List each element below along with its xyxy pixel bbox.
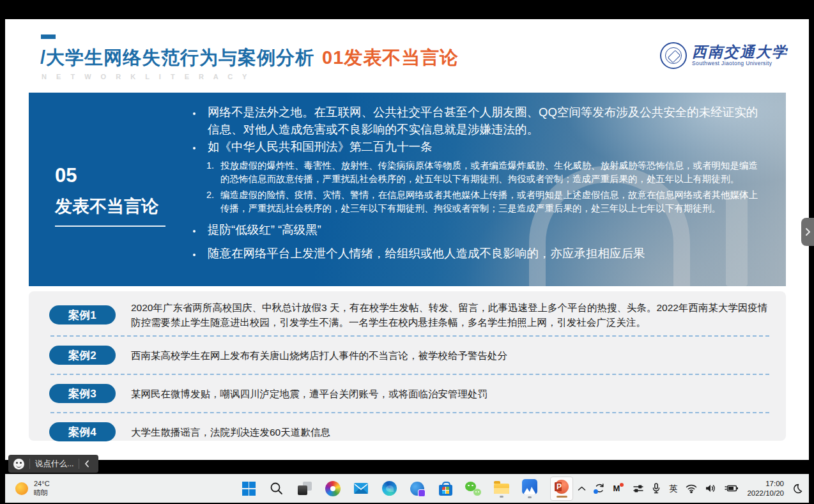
dashed-divider <box>50 374 769 375</box>
case-badge: 案例4 <box>49 422 116 441</box>
notification-dot <box>620 483 624 487</box>
wifi-icon <box>686 484 697 493</box>
bullet-list-top: 网络不是法外之地。在互联网、公共社交平台甚至个人朋友圈、QQ空间等发布涉及公共安… <box>188 103 767 155</box>
section-number: 05 <box>55 164 165 187</box>
weather-condition: 晴朗 <box>34 489 50 498</box>
dashed-divider <box>50 335 769 337</box>
desktop-screen: { "colors": { "accent_blue": "#10659f", … <box>0 0 814 504</box>
bullet-list-bottom: 提防“低级红” “高级黑” 随意在网络平台上发泄个人情绪，给组织或他人造成不良影… <box>188 221 767 262</box>
law-item: 投放虚假的爆炸性、毒害性、放射性、传染病病原体等物质，或者编造爆炸威胁、生化威胁… <box>217 159 767 185</box>
tray-date: 2022/10/20 <box>747 489 784 498</box>
divider <box>79 459 79 469</box>
university-logo: 西南交通大学 Southwest Jiaotong University <box>660 42 788 69</box>
mixer-tray-button[interactable] <box>633 484 643 493</box>
browser-app-button[interactable] <box>408 482 426 496</box>
case-text: 大学生散播谣言，法院判决连发60天道歉信息 <box>131 425 330 439</box>
case-row: 案例3 某网民在微博发贴，嘲讽四川泸定地震，遭平台关闭账号，或将面临治安管理处罚 <box>49 381 771 406</box>
store-button[interactable] <box>436 482 454 496</box>
collapse-chevron-left-icon[interactable] <box>84 460 89 468</box>
section-body: 网络不是法外之地。在互联网、公共社交平台甚至个人朋友圈、QQ空间等发布涉及公共安… <box>188 103 767 262</box>
chat-placeholder[interactable]: 说点什么... <box>35 459 73 470</box>
tray-expand-button[interactable] <box>578 486 586 491</box>
presentation-slide: /大学生网络失范行为与案例分析 01发表不当言论 N E T W O R K L… <box>5 19 809 460</box>
sync-tray-button[interactable] <box>594 483 605 494</box>
weather-widget[interactable]: 24°C 晴朗 <box>12 474 54 503</box>
taskbar: 24°C 晴朗 <box>5 474 809 503</box>
volume-tray-button[interactable] <box>705 484 716 493</box>
university-name-en: Southwest Jiaotong University <box>692 61 788 66</box>
task-view-icon <box>298 482 312 495</box>
case-text: 某网民在微博发贴，嘲讽四川泸定地震，遭平台关闭账号，或将面临治安管理处罚 <box>131 386 488 401</box>
case-badge: 案例3 <box>49 384 116 403</box>
university-seal-icon <box>660 42 687 69</box>
active-app-highlight: P <box>550 477 573 501</box>
speaker-icon <box>705 484 716 493</box>
title-accent-dash <box>41 34 56 39</box>
case-badge: 案例1 <box>49 305 116 325</box>
moon-icon <box>792 484 802 494</box>
do-not-disturb-button[interactable] <box>792 484 802 494</box>
law-numbered-list: 投放虚假的爆炸性、毒害性、放射性、传染病病原体等物质，或者编造爆炸威胁、生化威胁… <box>188 159 767 215</box>
case-row: 案例1 2020年广东省两所高校国庆、中秋总计放假3 天，有在校学生发帖、转发、… <box>49 300 771 330</box>
microsoft-store-icon <box>439 485 452 496</box>
section-underline <box>55 225 165 227</box>
file-explorer-button[interactable] <box>493 480 511 498</box>
active-indicator <box>557 496 567 498</box>
powerpoint-letter: P <box>557 482 562 491</box>
emoji-icon[interactable] <box>13 459 24 470</box>
search-icon <box>270 482 284 496</box>
task-view-button[interactable] <box>296 482 314 495</box>
case-panel: 案例1 2020年广东省两所高校国庆、中秋总计放假3 天，有在校学生发帖、转发、… <box>29 291 786 441</box>
bullet-item: 网络不是法外之地。在互联网、公共社交平台甚至个人朋友圈、QQ空间等发布涉及公共安… <box>203 103 767 138</box>
mail-icon <box>353 482 369 494</box>
section-title: 发表不当言论 <box>55 195 165 218</box>
windows-logo-icon <box>242 482 256 495</box>
running-indicator <box>500 496 503 498</box>
case-row: 案例2 西南某高校学生在网上发布有关唐山烧烤店打人事件的不当言论，被学校给予警告… <box>49 342 771 368</box>
university-name-cn: 西南交通大学 <box>692 45 788 60</box>
microphone-tray-button[interactable] <box>652 483 661 494</box>
edge-icon <box>382 481 397 496</box>
battery-charging-icon <box>725 484 739 493</box>
bullet-item: 如《中华人民共和国刑法》第二百九十一条 <box>203 138 767 155</box>
edge-browser-button[interactable] <box>380 481 398 496</box>
powerpoint-button-active[interactable]: P <box>549 477 574 501</box>
clock-widget[interactable]: 17:00 2022/10/20 <box>747 479 784 498</box>
mountain-app-icon <box>522 479 537 494</box>
tray-time: 17:00 <box>747 479 784 489</box>
wechat-icon <box>465 482 482 496</box>
folder-icon <box>494 484 509 494</box>
case-text: 西南某高校学生在网上发布有关唐山烧烤店打人事件的不当言论，被学校给予警告处分 <box>131 348 507 363</box>
microphone-icon <box>652 483 661 494</box>
weather-temperature: 24°C <box>34 480 50 489</box>
color-wheel-app-button[interactable] <box>324 481 342 496</box>
ime-language-button[interactable]: 英 <box>669 483 677 494</box>
running-indicator <box>528 496 532 498</box>
sunny-weather-icon <box>15 482 28 495</box>
m-app-tray-button[interactable]: M <box>613 484 620 493</box>
mountain-app-button[interactable] <box>521 479 539 498</box>
divider <box>29 459 30 469</box>
search-button[interactable] <box>268 482 286 496</box>
slide-header: /大学生网络失范行为与案例分析 01发表不当言论 <box>40 45 459 71</box>
law-item: 编造虚假的险情、疫情、灾情、警情，在信息网络或者其他媒体上传播，或者明知是上述虚… <box>217 188 767 215</box>
case-row: 案例4 大学生散播谣言，法院判决连发60天道歉信息 <box>49 419 771 445</box>
powerpoint-icon: P <box>555 480 569 494</box>
start-button[interactable] <box>240 482 257 495</box>
sliders-icon <box>633 484 643 493</box>
section-content-box: 05 发表不当言论 网络不是法外之地。在互联网、公共社交平台甚至个人朋友圈、QQ… <box>29 93 786 286</box>
wifi-tray-button[interactable] <box>686 484 697 493</box>
mail-app-button[interactable] <box>352 482 370 494</box>
system-tray: M 英 17:00 2022/10/20 <box>578 474 806 503</box>
slide-title: /大学生网络失范行为与案例分析 <box>40 45 314 71</box>
wechat-button[interactable] <box>465 482 482 496</box>
battery-tray-button[interactable] <box>725 484 739 493</box>
chevron-right-icon <box>804 227 811 236</box>
chevron-up-icon <box>578 486 586 491</box>
side-panel-expand-tab[interactable] <box>801 218 814 246</box>
case-text: 2020年广东省两所高校国庆、中秋总计放假3 天，有在校学生发帖、转发、留言，此… <box>131 300 771 330</box>
dashed-divider <box>50 412 769 413</box>
color-wheel-icon <box>325 481 341 496</box>
browser-with-badge-icon <box>410 482 424 496</box>
chat-input-bar[interactable]: 说点什么... <box>8 455 98 473</box>
